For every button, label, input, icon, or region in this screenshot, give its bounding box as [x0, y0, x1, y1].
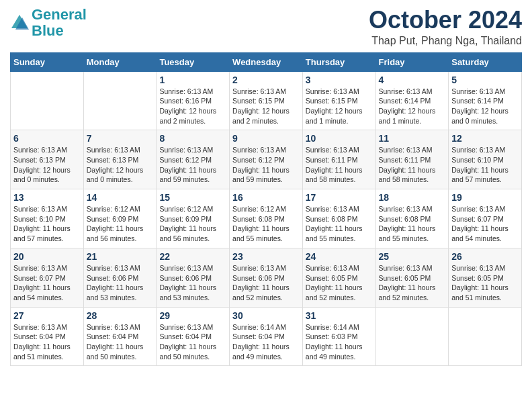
day-number: 7 [87, 133, 154, 144]
day-cell: 13Sunrise: 6:13 AM Sunset: 6:10 PM Dayli… [11, 189, 84, 248]
day-content: Sunrise: 6:13 AM Sunset: 6:10 PM Dayligh… [13, 204, 81, 244]
day-cell [83, 71, 157, 130]
day-cell: 21Sunrise: 6:13 AM Sunset: 6:06 PM Dayli… [83, 248, 157, 307]
day-cell: 14Sunrise: 6:12 AM Sunset: 6:09 PM Dayli… [83, 189, 157, 248]
day-number: 26 [451, 251, 519, 262]
day-content: Sunrise: 6:12 AM Sunset: 6:09 PM Dayligh… [159, 204, 226, 244]
day-number: 23 [232, 251, 300, 262]
day-content: Sunrise: 6:12 AM Sunset: 6:08 PM Dayligh… [232, 204, 300, 244]
day-content: Sunrise: 6:13 AM Sunset: 6:15 PM Dayligh… [306, 87, 373, 126]
day-number: 21 [87, 251, 154, 262]
col-header-thursday: Thursday [302, 52, 375, 71]
day-number: 8 [159, 133, 226, 144]
day-cell: 3Sunrise: 6:13 AM Sunset: 6:15 PM Daylig… [302, 71, 375, 130]
day-number: 27 [13, 310, 81, 321]
day-content: Sunrise: 6:13 AM Sunset: 6:13 PM Dayligh… [13, 145, 81, 185]
day-number: 2 [232, 75, 300, 85]
day-content: Sunrise: 6:13 AM Sunset: 6:06 PM Dayligh… [232, 263, 300, 303]
day-cell: 25Sunrise: 6:13 AM Sunset: 6:05 PM Dayli… [375, 248, 449, 307]
day-content: Sunrise: 6:13 AM Sunset: 6:05 PM Dayligh… [379, 263, 446, 303]
header: General Blue October 2024 Thap Put, Phan… [10, 7, 522, 47]
day-cell: 10Sunrise: 6:13 AM Sunset: 6:11 PM Dayli… [302, 130, 375, 189]
day-number: 22 [159, 251, 226, 262]
day-number: 30 [232, 310, 300, 321]
day-number: 6 [13, 133, 81, 144]
day-content: Sunrise: 6:13 AM Sunset: 6:10 PM Dayligh… [451, 145, 519, 185]
week-row-5: 27Sunrise: 6:13 AM Sunset: 6:04 PM Dayli… [11, 307, 522, 366]
day-number: 4 [379, 75, 446, 85]
day-cell: 26Sunrise: 6:13 AM Sunset: 6:05 PM Dayli… [449, 248, 522, 307]
day-content: Sunrise: 6:13 AM Sunset: 6:14 PM Dayligh… [451, 87, 519, 126]
col-header-wednesday: Wednesday [230, 52, 303, 71]
day-number: 11 [379, 133, 446, 144]
week-row-1: 1Sunrise: 6:13 AM Sunset: 6:16 PM Daylig… [11, 71, 522, 130]
day-number: 19 [451, 192, 519, 203]
day-number: 5 [451, 75, 519, 85]
day-cell: 1Sunrise: 6:13 AM Sunset: 6:16 PM Daylig… [157, 71, 230, 130]
day-number: 20 [13, 251, 81, 262]
day-number: 25 [379, 251, 446, 262]
col-header-sunday: Sunday [11, 52, 84, 71]
day-number: 17 [306, 192, 373, 203]
week-row-3: 13Sunrise: 6:13 AM Sunset: 6:10 PM Dayli… [11, 189, 522, 248]
day-cell: 8Sunrise: 6:13 AM Sunset: 6:12 PM Daylig… [157, 130, 230, 189]
day-content: Sunrise: 6:13 AM Sunset: 6:12 PM Dayligh… [232, 145, 300, 185]
day-content: Sunrise: 6:13 AM Sunset: 6:13 PM Dayligh… [87, 145, 154, 185]
week-row-2: 6Sunrise: 6:13 AM Sunset: 6:13 PM Daylig… [11, 130, 522, 189]
day-cell: 27Sunrise: 6:13 AM Sunset: 6:04 PM Dayli… [11, 307, 84, 366]
col-header-monday: Monday [83, 52, 157, 71]
day-cell: 17Sunrise: 6:13 AM Sunset: 6:08 PM Dayli… [302, 189, 375, 248]
day-cell: 20Sunrise: 6:13 AM Sunset: 6:07 PM Dayli… [11, 248, 84, 307]
day-cell: 24Sunrise: 6:13 AM Sunset: 6:05 PM Dayli… [302, 248, 375, 307]
day-cell: 22Sunrise: 6:13 AM Sunset: 6:06 PM Dayli… [157, 248, 230, 307]
title-block: October 2024 Thap Put, Phang Nga, Thaila… [369, 7, 522, 47]
calendar-table: SundayMondayTuesdayWednesdayThursdayFrid… [10, 52, 522, 367]
day-cell: 23Sunrise: 6:13 AM Sunset: 6:06 PM Dayli… [230, 248, 303, 307]
day-cell: 15Sunrise: 6:12 AM Sunset: 6:09 PM Dayli… [157, 189, 230, 248]
day-number: 12 [451, 133, 519, 144]
day-cell: 5Sunrise: 6:13 AM Sunset: 6:14 PM Daylig… [449, 71, 522, 130]
week-row-4: 20Sunrise: 6:13 AM Sunset: 6:07 PM Dayli… [11, 248, 522, 307]
calendar-body: 1Sunrise: 6:13 AM Sunset: 6:16 PM Daylig… [11, 71, 522, 366]
day-content: Sunrise: 6:13 AM Sunset: 6:08 PM Dayligh… [306, 204, 373, 244]
logo-general: General [32, 6, 87, 23]
day-cell: 12Sunrise: 6:13 AM Sunset: 6:10 PM Dayli… [449, 130, 522, 189]
day-number: 1 [159, 75, 226, 85]
day-content: Sunrise: 6:13 AM Sunset: 6:11 PM Dayligh… [379, 145, 446, 185]
day-number: 3 [306, 75, 373, 85]
day-content: Sunrise: 6:13 AM Sunset: 6:14 PM Dayligh… [379, 87, 446, 126]
day-content: Sunrise: 6:13 AM Sunset: 6:05 PM Dayligh… [451, 263, 519, 303]
day-number: 18 [379, 192, 446, 203]
day-content: Sunrise: 6:13 AM Sunset: 6:06 PM Dayligh… [159, 263, 226, 303]
day-content: Sunrise: 6:14 AM Sunset: 6:04 PM Dayligh… [232, 322, 300, 362]
location: Thap Put, Phang Nga, Thailand [369, 35, 522, 47]
logo-icon [10, 13, 29, 32]
calendar-container: General Blue October 2024 Thap Put, Phan… [0, 0, 532, 376]
day-cell: 9Sunrise: 6:13 AM Sunset: 6:12 PM Daylig… [230, 130, 303, 189]
day-number: 16 [232, 192, 300, 203]
day-content: Sunrise: 6:13 AM Sunset: 6:16 PM Dayligh… [159, 87, 226, 126]
day-content: Sunrise: 6:13 AM Sunset: 6:12 PM Dayligh… [159, 145, 226, 185]
logo: General Blue [10, 7, 87, 39]
day-content: Sunrise: 6:13 AM Sunset: 6:04 PM Dayligh… [87, 322, 154, 362]
day-cell: 28Sunrise: 6:13 AM Sunset: 6:04 PM Dayli… [83, 307, 157, 366]
day-number: 29 [159, 310, 226, 321]
day-cell: 11Sunrise: 6:13 AM Sunset: 6:11 PM Dayli… [375, 130, 449, 189]
day-content: Sunrise: 6:13 AM Sunset: 6:04 PM Dayligh… [159, 322, 226, 362]
col-header-tuesday: Tuesday [157, 52, 230, 71]
day-number: 13 [13, 192, 81, 203]
day-number: 28 [87, 310, 154, 321]
day-cell: 30Sunrise: 6:14 AM Sunset: 6:04 PM Dayli… [230, 307, 303, 366]
month-title: October 2024 [369, 7, 522, 34]
day-number: 24 [306, 251, 373, 262]
day-cell: 29Sunrise: 6:13 AM Sunset: 6:04 PM Dayli… [157, 307, 230, 366]
day-cell: 2Sunrise: 6:13 AM Sunset: 6:15 PM Daylig… [230, 71, 303, 130]
day-content: Sunrise: 6:13 AM Sunset: 6:15 PM Dayligh… [232, 87, 300, 126]
day-cell [449, 307, 522, 366]
day-cell: 19Sunrise: 6:13 AM Sunset: 6:07 PM Dayli… [449, 189, 522, 248]
day-cell: 6Sunrise: 6:13 AM Sunset: 6:13 PM Daylig… [11, 130, 84, 189]
calendar-header: SundayMondayTuesdayWednesdayThursdayFrid… [11, 52, 522, 71]
day-number: 14 [87, 192, 154, 203]
day-cell: 4Sunrise: 6:13 AM Sunset: 6:14 PM Daylig… [375, 71, 449, 130]
day-content: Sunrise: 6:13 AM Sunset: 6:06 PM Dayligh… [87, 263, 154, 303]
